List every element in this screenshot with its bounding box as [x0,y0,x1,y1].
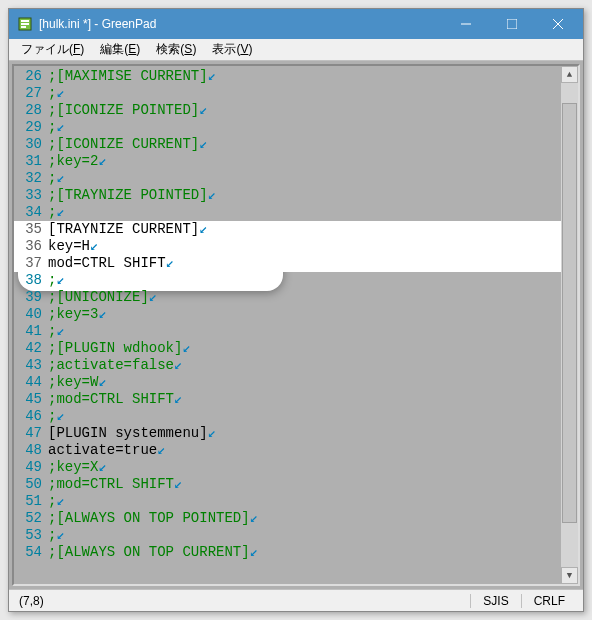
line-number: 41 [14,323,48,340]
eol-mark: ↙ [174,476,182,492]
eol-mark: ↙ [98,306,106,322]
eol-mark: ↙ [56,85,64,101]
code-line[interactable]: 43;activate=false↙ [14,357,561,374]
line-number: 45 [14,391,48,408]
encoding: SJIS [470,594,520,608]
code-line[interactable]: 28;[ICONIZE POINTED]↙ [14,102,561,119]
code-line[interactable]: 40;key=3↙ [14,306,561,323]
eol-mark: ↙ [250,510,258,526]
code-line[interactable]: 51;↙ [14,493,561,510]
scroll-up-button[interactable]: ▲ [561,66,578,83]
eol-mark: ↙ [208,187,216,203]
code-line[interactable]: 35[TRAYNIZE CURRENT]↙ [14,221,561,238]
maximize-button[interactable] [489,10,535,38]
eol-mark: ↙ [157,442,165,458]
eol-mark: ↙ [56,527,64,543]
code-line[interactable]: 48activate=true↙ [14,442,561,459]
line-number: 42 [14,340,48,357]
minimize-button[interactable] [443,10,489,38]
line-number: 33 [14,187,48,204]
line-number: 53 [14,527,48,544]
line-content: ;[ICONIZE CURRENT]↙ [48,136,561,153]
code-line[interactable]: 31;key=2↙ [14,153,561,170]
code-line[interactable]: 33;[TRAYNIZE POINTED]↙ [14,187,561,204]
eol-mark: ↙ [199,136,207,152]
line-number: 36 [14,238,48,255]
code-line[interactable]: 44;key=W↙ [14,374,561,391]
line-number: 40 [14,306,48,323]
line-number: 34 [14,204,48,221]
eol-mark: ↙ [56,272,64,288]
line-number: 52 [14,510,48,527]
menu-file[interactable]: ファイル(F) [13,39,92,60]
line-number: 50 [14,476,48,493]
vertical-scrollbar[interactable]: ▲ ▼ [561,66,578,584]
eol-mark: ↙ [56,170,64,186]
line-content: ;mod=CTRL SHIFT↙ [48,391,561,408]
code-line[interactable]: 34;↙ [14,204,561,221]
eol-mark: ↙ [98,374,106,390]
line-number: 29 [14,119,48,136]
line-content: ;[MAXIMISE CURRENT]↙ [48,68,561,85]
line-content: mod=CTRL SHIFT↙ [48,255,561,272]
line-number: 49 [14,459,48,476]
code-line[interactable]: 54;[ALWAYS ON TOP CURRENT]↙ [14,544,561,561]
code-line[interactable]: 45;mod=CTRL SHIFT↙ [14,391,561,408]
code-line[interactable]: 27;↙ [14,85,561,102]
line-content: [TRAYNIZE CURRENT]↙ [48,221,561,238]
line-content: ;↙ [48,493,561,510]
eol-mark: ↙ [182,340,190,356]
code-line[interactable]: 49;key=X↙ [14,459,561,476]
statusbar: (7,8) SJIS CRLF [9,589,583,611]
line-content: ;[ALWAYS ON TOP CURRENT]↙ [48,544,561,561]
line-content: ;↙ [48,408,561,425]
eol-mark: ↙ [98,459,106,475]
code-line[interactable]: 41;↙ [14,323,561,340]
code-line[interactable]: 29;↙ [14,119,561,136]
line-content: ;key=X↙ [48,459,561,476]
code-line[interactable]: 30;[ICONIZE CURRENT]↙ [14,136,561,153]
menu-edit[interactable]: 編集(E) [92,39,148,60]
eol-mark: ↙ [166,255,174,271]
code-line[interactable]: 36key=H↙ [14,238,561,255]
code-line[interactable]: 37mod=CTRL SHIFT↙ [14,255,561,272]
close-button[interactable] [535,10,581,38]
eol-mark: ↙ [56,323,64,339]
scrollbar-thumb[interactable] [562,103,577,523]
line-content: ;↙ [48,85,561,102]
line-number: 35 [14,221,48,238]
eol-mark: ↙ [174,357,182,373]
menu-search[interactable]: 検索(S) [148,39,204,60]
code-line[interactable]: 42;[PLUGIN wdhook]↙ [14,340,561,357]
app-window: [hulk.ini *] - GreenPad ファイル(F) 編集(E) 検索… [8,8,584,612]
code-line[interactable]: 38;↙ [14,272,561,289]
eol-mark: ↙ [208,425,216,441]
code-line[interactable]: 46;↙ [14,408,561,425]
menubar: ファイル(F) 編集(E) 検索(S) 表示(V) [9,39,583,61]
scroll-down-button[interactable]: ▼ [561,567,578,584]
code-line[interactable]: 39;[UNICONIZE]↙ [14,289,561,306]
eol-mark: ↙ [208,68,216,84]
eol-mark: ↙ [56,493,64,509]
eol-mark: ↙ [98,153,106,169]
scrollbar-track[interactable] [561,83,578,567]
eol-mark: ↙ [90,238,98,254]
menu-view[interactable]: 表示(V) [204,39,260,60]
text-editor[interactable]: 26;[MAXIMISE CURRENT]↙27;↙28;[ICONIZE PO… [14,66,561,584]
code-line[interactable]: 50;mod=CTRL SHIFT↙ [14,476,561,493]
code-line[interactable]: 52;[ALWAYS ON TOP POINTED]↙ [14,510,561,527]
eol-mark: ↙ [149,289,157,305]
titlebar[interactable]: [hulk.ini *] - GreenPad [9,9,583,39]
line-number: 38 [14,272,48,289]
newline-mode: CRLF [521,594,577,608]
window-title: [hulk.ini *] - GreenPad [39,17,443,31]
code-line[interactable]: 26;[MAXIMISE CURRENT]↙ [14,68,561,85]
code-line[interactable]: 47[PLUGIN systemmenu]↙ [14,425,561,442]
code-line[interactable]: 32;↙ [14,170,561,187]
line-content: ;[UNICONIZE]↙ [48,289,561,306]
line-content: ;↙ [48,272,561,289]
eol-mark: ↙ [199,102,207,118]
line-content: [PLUGIN systemmenu]↙ [48,425,561,442]
eol-mark: ↙ [56,204,64,220]
code-line[interactable]: 53;↙ [14,527,561,544]
